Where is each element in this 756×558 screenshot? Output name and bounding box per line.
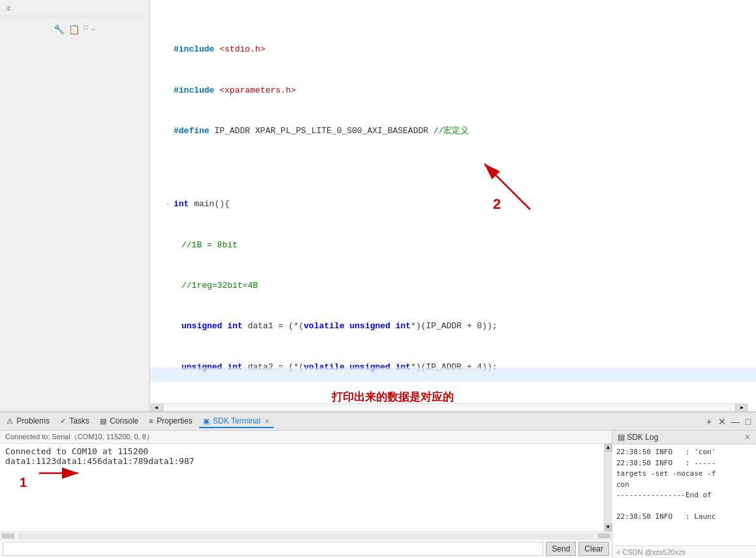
minimize-terminal-btn[interactable]: — [730, 416, 740, 427]
sdk-log-panel: ▤ SDK Log ✕ 22:38:50 INFO : 'con' 22:38:… [612, 431, 756, 558]
sdk-log-entry-4: con [616, 480, 752, 491]
editor-area: .c 🔧 📋 □ _ #include <stdio.h> #include <… [0, 0, 756, 411]
annotation-number-1: 1 [20, 475, 27, 490]
bottom-panels: Connected to: Serial（COM10, 115200, 0, 8… [0, 431, 756, 558]
sdk-log-content[interactable]: 22:38:50 INFO : 'con' 22:38:50 INFO : --… [612, 444, 756, 546]
terminal-line-1: Connected to COM10 at 115200 [5, 446, 599, 456]
scrollbar-down[interactable]: ▼ [605, 523, 612, 531]
sdk-log-footer-text: < CSDN @xzs520xzs [616, 548, 685, 556]
tab-tasks[interactable]: ✓ Tasks [56, 415, 93, 428]
properties-icon: ≡ [149, 417, 153, 425]
sdk-log-entry-5: ----------------End of [616, 490, 752, 501]
scrollbar-track [605, 452, 612, 523]
sdk-log-entry-7: 22:38:50 INFO : Launc [616, 512, 752, 523]
tab-problems[interactable]: ⚠ Problems [3, 415, 54, 428]
close-terminal-btn[interactable]: ✕ [717, 416, 727, 427]
maximize-terminal-btn[interactable]: □ [743, 416, 753, 427]
sdk-log-entry-6 [616, 501, 752, 512]
icon3: □ [84, 24, 87, 35]
icon2: 📋 [69, 24, 80, 35]
tab-properties[interactable]: ≡ Properties [145, 415, 196, 428]
left-bar-icons: 🔧 📋 □ _ [0, 16, 149, 43]
terminal-line-2: data1:1123data1:456data1:789data1:987 [5, 456, 599, 466]
tab-close-sdk-terminal[interactable]: ✕ [264, 418, 270, 425]
terminal-status-bar: Connected to: Serial（COM10, 115200, 0, 8… [0, 431, 612, 444]
icon1: 🔧 [54, 24, 65, 35]
h-scrollbar[interactable]: ◄ ► [150, 403, 748, 411]
terminal-scrollbar[interactable]: ▲ ▼ [604, 444, 612, 531]
sdk-log-footer: < CSDN @xzs520xzs [612, 546, 756, 558]
h-scroll-track [18, 533, 593, 538]
clear-button[interactable]: Clear [578, 542, 609, 556]
tab-console[interactable]: ▤ Console [96, 415, 142, 428]
sdk-log-icon: ▤ [618, 433, 627, 442]
terminal-h-scroll[interactable] [0, 531, 612, 539]
terminal-panel: Connected to: Serial（COM10, 115200, 0, 8… [0, 431, 612, 558]
terminal-output[interactable]: Connected to COM10 at 115200 data1:1123d… [0, 444, 604, 531]
sdk-terminal-icon: ▣ [203, 417, 210, 425]
bottom-toolbar-right: + ✕ — □ [704, 416, 753, 427]
send-button[interactable]: Send [546, 542, 576, 556]
sidebar-label: .c [0, 0, 149, 16]
console-icon: ▤ [100, 417, 106, 425]
sdk-log-title: SDK Log [627, 433, 658, 442]
sdk-log-close[interactable]: ✕ [744, 433, 751, 442]
tasks-icon: ✓ [60, 417, 66, 425]
sdk-log-entry-3: targets -set -nocase -f [616, 469, 752, 480]
problems-icon: ⚠ [7, 417, 13, 425]
code-content: #include <stdio.h> #include <xparameters… [150, 0, 756, 411]
new-terminal-btn[interactable]: + [704, 416, 714, 427]
terminal-input-row: Send Clear [0, 539, 612, 558]
tab-sdk-terminal[interactable]: ▣ SDK Terminal ✕ [199, 415, 274, 428]
sdk-log-header: ▤ SDK Log ✕ [612, 431, 756, 444]
bottom-toolbar: ⚠ Problems ✓ Tasks ▤ Console ≡ Propertie… [0, 412, 756, 431]
sdk-log-entry-1: 22:38:50 INFO : 'con' [616, 447, 752, 458]
terminal-input[interactable] [3, 542, 543, 556]
code-panel[interactable]: #include <stdio.h> #include <xparameters… [150, 0, 756, 411]
status-icons: 🔧 📋 □ _ [48, 22, 101, 38]
sdk-log-entry-2: 22:38:50 INFO : ----- [616, 458, 752, 469]
scrollbar-up[interactable]: ▲ [605, 444, 612, 452]
terminal-output-area: Connected to COM10 at 115200 data1:1123d… [0, 444, 612, 531]
terminal-arrow-1: 1 [39, 463, 157, 498]
bottom-area: ⚠ Problems ✓ Tasks ▤ Console ≡ Propertie… [0, 411, 756, 558]
left-sidebar: .c 🔧 📋 □ _ [0, 0, 150, 411]
icon4: _ [91, 24, 95, 35]
